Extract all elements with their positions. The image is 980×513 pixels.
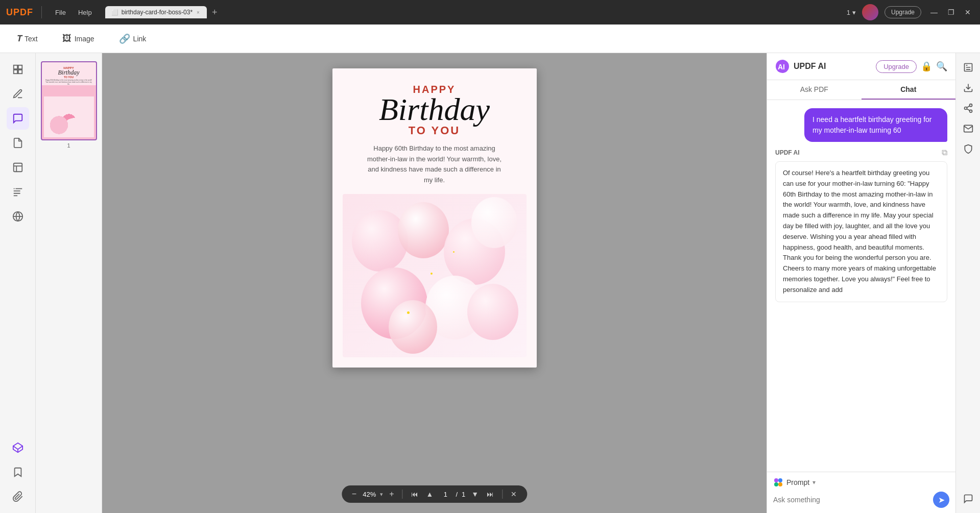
upgrade-button-top[interactable]: Upgrade <box>885 6 921 18</box>
first-page-button[interactable]: ⏮ <box>409 489 420 499</box>
sidebar-item-pages[interactable] <box>7 132 29 154</box>
ai-response-header: UPDF AI ⧉ <box>775 148 947 157</box>
sidebar-item-tools[interactable] <box>7 156 29 179</box>
ai-response-text: Of course! Here's a heartfelt birthday g… <box>775 161 947 302</box>
sidebar-left <box>0 53 36 513</box>
svg-point-14 <box>778 478 782 482</box>
page-number-display: 1 <box>847 9 850 16</box>
maximize-button[interactable]: ❐ <box>945 7 958 17</box>
sr-email-icon[interactable] <box>959 119 977 138</box>
user-message: I need a heartfelt birthday greeting for… <box>804 108 947 142</box>
sidebar-item-paperclip[interactable] <box>7 485 29 508</box>
thumb-body: Happy 60th Birthday to the most amazing … <box>45 80 93 86</box>
sidebar-item-ocr[interactable] <box>7 181 29 203</box>
menu-file[interactable]: File <box>50 7 71 18</box>
ai-upgrade-button[interactable]: Upgrade <box>876 60 917 73</box>
tab-add-button[interactable]: + <box>209 7 221 18</box>
ai-response-container: UPDF AI ⧉ Of course! Here's a heartfelt … <box>775 148 947 302</box>
image-tool-icon: 🖼 <box>62 33 71 44</box>
ai-lock-icon[interactable]: 🔒 <box>921 61 932 72</box>
pdf-balloons <box>343 194 527 357</box>
link-tool-icon: 🔗 <box>119 33 130 44</box>
zoom-level: 42% <box>363 491 376 498</box>
text-tool-icon: 𝙏 <box>16 33 21 44</box>
page-nav: 1 ▾ <box>847 9 856 16</box>
pdf-body-text: Happy 60th Birthday to the most amazing … <box>363 143 506 186</box>
topbar-menu: File Help <box>50 7 97 18</box>
pdf-to-you-text: TO YOU <box>409 124 461 137</box>
sidebar-item-bookmark[interactable] <box>7 461 29 483</box>
last-page-button[interactable]: ⏭ <box>485 489 496 499</box>
sidebar-item-edit[interactable] <box>7 83 29 105</box>
sr-share-icon[interactable] <box>959 99 977 117</box>
svg-line-23 <box>967 106 970 107</box>
thumbnail-item[interactable]: HAPPY Birthday TO YOU Happy 60th Birthda… <box>41 61 97 149</box>
toolbar-image[interactable]: 🖼 Image <box>56 30 101 47</box>
svg-point-20 <box>964 107 967 110</box>
user-avatar <box>862 4 878 20</box>
window-controls: — ❐ ✕ <box>927 7 974 17</box>
ai-tabs: Ask PDF Chat <box>767 80 955 100</box>
sidebar-item-home[interactable] <box>7 58 29 81</box>
svg-point-21 <box>969 110 972 112</box>
tab-bar: ⬜ birthday-card-for-boss-03* × + <box>105 6 221 18</box>
tab-ask-pdf[interactable]: Ask PDF <box>767 80 862 100</box>
sr-extract-icon[interactable] <box>959 79 977 97</box>
image-tool-label: Image <box>75 35 94 43</box>
topbar: UPDF File Help ⬜ birthday-card-for-boss-… <box>0 0 980 25</box>
active-tab[interactable]: ⬜ birthday-card-for-boss-03* × <box>105 6 207 18</box>
prompt-type-label: Prompt <box>786 478 809 486</box>
prompt-input[interactable] <box>773 494 929 506</box>
content-area: HAPPY Birthday TO YOU Happy 60th Birthda… <box>36 53 980 513</box>
svg-rect-0 <box>13 65 17 69</box>
sidebar-right <box>955 53 980 513</box>
zoom-dropdown-arrow[interactable]: ▾ <box>380 491 383 498</box>
topbar-right: 1 ▾ Upgrade — ❐ ✕ <box>847 4 974 20</box>
zoom-divider-2 <box>502 490 503 499</box>
thumb-birthday-text: Birthday <box>58 69 80 76</box>
main-area: HAPPY Birthday TO YOU Happy 60th Birthda… <box>0 53 980 513</box>
toolbar-link[interactable]: 🔗 Link <box>113 30 153 47</box>
thumb-balloons <box>44 96 94 137</box>
ai-prompt-bar: Prompt ▾ ➤ <box>767 472 955 513</box>
prompt-input-row: ➤ <box>773 492 949 508</box>
prev-page-button[interactable]: ▲ <box>424 489 436 499</box>
pdf-birthday-text: Birthday <box>379 95 490 124</box>
ai-copy-button[interactable]: ⧉ <box>942 148 947 157</box>
next-page-button[interactable]: ▼ <box>469 489 481 499</box>
close-button[interactable]: ✕ <box>962 7 974 17</box>
prompt-dropdown-arrow: ▾ <box>812 479 816 486</box>
ai-panel-header: AI UPDF AI Upgrade 🔒 🔍 <box>767 53 955 80</box>
sidebar-item-comment[interactable] <box>7 107 29 130</box>
tab-close-button[interactable]: × <box>196 10 201 15</box>
page-number-input[interactable] <box>439 491 451 498</box>
sidebar-item-translate[interactable] <box>7 205 29 228</box>
pdf-document-wrapper[interactable]: HAPPY Birthday TO YOU Happy 60th Birthda… <box>102 53 767 513</box>
zoom-in-button[interactable]: + <box>387 488 396 500</box>
page-total: 1 <box>462 491 465 498</box>
zoom-out-button[interactable]: − <box>350 488 358 500</box>
ai-response-label: UPDF AI <box>775 149 800 156</box>
zoom-divider <box>402 490 403 499</box>
prompt-type-selector[interactable]: Prompt ▾ <box>773 477 816 487</box>
thumb-to-you-text: TO YOU <box>64 76 74 79</box>
svg-rect-3 <box>18 70 21 74</box>
thumbnail-page-number: 1 <box>41 142 97 149</box>
tab-chat[interactable]: Chat <box>862 80 956 100</box>
chevron-down-icon[interactable]: ▾ <box>852 9 856 16</box>
ai-search-icon[interactable]: 🔍 <box>936 61 947 72</box>
svg-rect-4 <box>13 163 22 172</box>
tab-title: birthday-card-for-boss-03* <box>122 9 193 16</box>
close-zoom-bar-button[interactable]: ✕ <box>509 489 519 499</box>
ai-logo-text: UPDF AI <box>794 62 826 71</box>
sr-secure-icon[interactable] <box>959 140 977 158</box>
sr-ocr-icon[interactable] <box>959 58 977 77</box>
prompt-send-button[interactable]: ➤ <box>933 492 949 508</box>
minimize-button[interactable]: — <box>927 7 941 17</box>
app-logo: UPDF <box>6 7 33 18</box>
menu-help[interactable]: Help <box>73 7 97 18</box>
sr-chat-icon[interactable] <box>959 490 977 508</box>
sidebar-item-layers[interactable] <box>7 436 29 459</box>
toolbar-text[interactable]: 𝙏 Text <box>10 30 44 47</box>
prompt-type-row: Prompt ▾ <box>773 477 949 487</box>
